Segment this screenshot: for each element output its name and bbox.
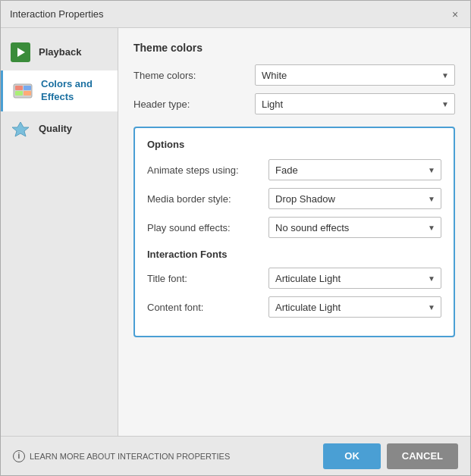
interaction-properties-dialog: Interaction Properties × Playback: [0, 0, 471, 476]
sidebar-label-quality: Quality: [39, 123, 72, 136]
sound-effects-select[interactable]: No sound effects With sound effects: [268, 217, 441, 238]
playback-icon: [11, 42, 30, 62]
title-font-select-wrapper: Articulate Light Articulate Bold Arial ▼: [268, 268, 441, 289]
quality-icon: [11, 120, 30, 139]
colors-effects-icon: [13, 81, 33, 101]
animate-label: Animate steps using:: [147, 164, 268, 176]
sidebar-item-playback[interactable]: Playback: [1, 34, 118, 70]
content-font-label: Content font:: [147, 302, 268, 313]
title-font-row: Title font: Articulate Light Articulate …: [147, 268, 441, 289]
sound-effects-row: Play sound effects: No sound effects Wit…: [147, 217, 441, 238]
header-type-row: Header type: Light Dark ▼: [133, 93, 455, 114]
learn-more-text: LEARN MORE ABOUT INTERACTION PROPERTIES: [30, 452, 230, 461]
theme-section-title: Theme colors: [133, 42, 455, 54]
animate-select-wrapper: Fade None Slide ▼: [268, 159, 441, 180]
quality-icon-container: [10, 119, 31, 140]
header-type-select[interactable]: Light Dark: [255, 93, 455, 114]
theme-colors-label: Theme colors:: [133, 70, 255, 81]
header-type-select-wrapper: Light Dark ▼: [255, 93, 455, 114]
svg-rect-3: [15, 91, 23, 96]
dialog-titlebar: Interaction Properties ×: [1, 1, 470, 28]
title-font-label: Title font:: [147, 273, 268, 284]
sound-effects-label: Play sound effects:: [147, 222, 268, 233]
sidebar-item-quality[interactable]: Quality: [1, 111, 118, 148]
theme-colors-select[interactable]: White Blue Dark: [255, 64, 455, 86]
footer-buttons: OK CANCEL: [323, 443, 458, 469]
animate-select[interactable]: Fade None Slide: [268, 159, 441, 180]
media-border-select[interactable]: Drop Shadow None Border: [268, 188, 441, 209]
svg-rect-2: [24, 86, 31, 90]
cancel-button[interactable]: CANCEL: [387, 443, 458, 469]
content-area: Theme colors Theme colors: White Blue Da…: [118, 28, 470, 436]
playback-icon-container: [10, 42, 31, 63]
sidebar-item-colors-effects[interactable]: Colors and Effects: [1, 70, 118, 111]
media-border-label: Media border style:: [147, 193, 268, 205]
animate-row: Animate steps using: Fade None Slide ▼: [147, 159, 441, 180]
content-font-select-wrapper: Articulate Light Articulate Bold Arial ▼: [268, 296, 441, 318]
media-border-row: Media border style: Drop Shadow None Bor…: [147, 188, 441, 209]
dialog-body: Playback Colors and Effects: [1, 28, 470, 436]
sidebar-label-colors: Colors and Effects: [41, 78, 108, 104]
media-border-select-wrapper: Drop Shadow None Border ▼: [268, 188, 441, 209]
svg-rect-1: [15, 86, 23, 90]
fonts-title: Interaction Fonts: [147, 249, 441, 260]
close-button[interactable]: ×: [449, 8, 461, 20]
options-title: Options: [147, 139, 441, 150]
sidebar: Playback Colors and Effects: [1, 28, 118, 436]
sidebar-label-playback: Playback: [39, 46, 81, 59]
content-font-row: Content font: Articulate Light Articulat…: [147, 296, 441, 318]
options-box: Options Animate steps using: Fade None S…: [133, 127, 455, 337]
svg-rect-4: [24, 91, 31, 96]
title-font-select[interactable]: Articulate Light Articulate Bold Arial: [268, 268, 441, 289]
theme-colors-row: Theme colors: White Blue Dark ▼: [133, 64, 455, 86]
theme-colors-select-wrapper: White Blue Dark ▼: [255, 64, 455, 86]
dialog-title: Interaction Properties: [10, 8, 104, 20]
dialog-footer: i LEARN MORE ABOUT INTERACTION PROPERTIE…: [1, 436, 470, 475]
footer-info: i LEARN MORE ABOUT INTERACTION PROPERTIE…: [13, 450, 230, 462]
colors-icon-container: [12, 80, 33, 102]
header-type-label: Header type:: [133, 99, 255, 110]
ok-button[interactable]: OK: [323, 443, 381, 469]
svg-marker-5: [12, 122, 29, 136]
content-font-select[interactable]: Articulate Light Articulate Bold Arial: [268, 296, 441, 318]
info-icon: i: [13, 450, 25, 462]
sound-effects-select-wrapper: No sound effects With sound effects ▼: [268, 217, 441, 238]
